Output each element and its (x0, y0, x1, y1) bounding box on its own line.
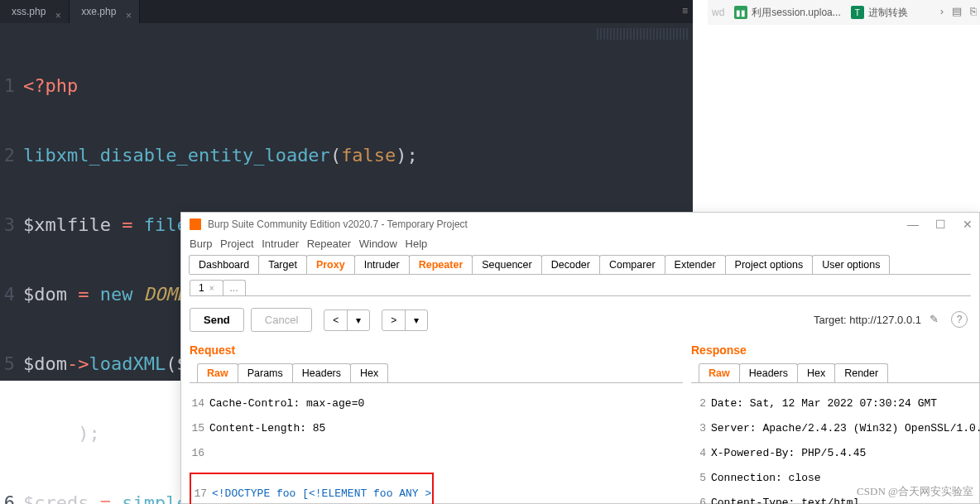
line-number: 4 (0, 283, 18, 306)
tab-params[interactable]: Params (238, 363, 293, 382)
line-number (0, 422, 18, 445)
send-button[interactable]: Send (190, 308, 244, 332)
editor-tabs: xss.php× xxe.php× ≡ (0, 0, 693, 23)
menu-window[interactable]: Window (359, 238, 397, 250)
chevron-right-icon: > (382, 310, 406, 330)
response-pane: Response Raw Headers Hex Render 2Date: S… (691, 340, 980, 481)
edit-target-icon[interactable]: ✎ (930, 313, 943, 326)
menu-burp[interactable]: Burp (190, 238, 212, 250)
tab-number: 1 (199, 282, 204, 294)
tab-raw[interactable]: Raw (699, 363, 740, 382)
line-number: 2 (0, 144, 18, 167)
dropdown-icon: ▾ (348, 310, 369, 330)
burp-window: Burp Suite Community Edition v2020.7 - T… (180, 212, 980, 504)
burp-menubar: Burp Project Intruder Repeater Window He… (181, 236, 979, 255)
tab-sequencer[interactable]: Sequencer (472, 255, 541, 274)
close-icon[interactable]: × (54, 4, 62, 27)
request-body[interactable]: 14Cache-Control: max-age=0 15Content-Len… (190, 385, 683, 504)
repeater-num-tabs: 1× ... (190, 280, 971, 295)
burp-titlebar[interactable]: Burp Suite Community Edition v2020.7 - T… (181, 213, 979, 236)
tab-user-options[interactable]: User options (812, 255, 890, 274)
tab-proxy[interactable]: Proxy (306, 255, 355, 274)
tab-raw[interactable]: Raw (197, 363, 238, 382)
history-back[interactable]: <▾ (324, 310, 370, 331)
history-forward[interactable]: >▾ (382, 310, 428, 331)
cancel-button[interactable]: Cancel (251, 308, 312, 332)
editor-tab-xxe[interactable]: xxe.php× (70, 0, 140, 23)
tab-repeater[interactable]: Repeater (409, 255, 473, 274)
read-icon[interactable]: ⎘ (970, 5, 977, 17)
browser-tab-label: 利用session.uploa... (752, 6, 840, 20)
chevron-left-icon: < (324, 310, 348, 330)
maximize-icon[interactable]: ☐ (935, 218, 946, 231)
browser-tab-label: 进制转换 (868, 6, 908, 20)
editor-tab-label: xss.php (12, 6, 46, 17)
tab-headers[interactable]: Headers (739, 363, 798, 382)
menu-project[interactable]: Project (220, 238, 253, 250)
editor-tab-label: xxe.php (81, 6, 116, 17)
hamburger-icon[interactable]: ≡ (682, 5, 688, 17)
help-icon[interactable]: ? (951, 311, 968, 328)
browser-tabs: wd ▮▮利用session.uploa... T进制转换 › ▤ ⎘ (708, 0, 980, 25)
browser-tab-session[interactable]: ▮▮利用session.uploa... (730, 3, 844, 22)
tab-dashboard[interactable]: Dashboard (189, 255, 259, 274)
tab-hex[interactable]: Hex (350, 363, 388, 382)
chevron-right-icon[interactable]: › (940, 5, 944, 17)
response-view-tabs: Raw Headers Hex Render (699, 363, 980, 382)
burp-icon (190, 218, 201, 230)
site-icon: T (851, 6, 864, 19)
menu-intruder[interactable]: Intruder (262, 238, 299, 250)
browser-tab-convert[interactable]: T进制转换 (847, 3, 912, 22)
close-icon[interactable]: × (209, 284, 214, 293)
line-number: 5 (0, 353, 18, 376)
watermark: CSDN @合天网安实验室 (857, 484, 973, 499)
tab-headers[interactable]: Headers (292, 363, 351, 382)
request-view-tabs: Raw Params Headers Hex (198, 363, 675, 382)
burp-main-tabs: Dashboard Target Proxy Intruder Repeater… (190, 255, 971, 274)
tab-decoder[interactable]: Decoder (541, 255, 600, 274)
payload-highlight: 17<!DOCTYPE foo [<!ELEMENT foo ANY > 18<… (190, 473, 434, 504)
site-icon: ▮▮ (734, 6, 747, 19)
action-row: Send Cancel <▾ >▾ Target: http://127.0.0… (190, 308, 971, 332)
line-number: 6 (0, 492, 18, 504)
repeater-tab-1[interactable]: 1× (190, 280, 223, 295)
minimize-icon[interactable]: — (907, 218, 919, 231)
line-number: 1 (0, 74, 18, 98)
burp-title-text: Burp Suite Community Edition v2020.7 - T… (208, 218, 468, 230)
request-title: Request (190, 343, 683, 357)
close-icon[interactable]: ✕ (963, 218, 973, 231)
list-icon[interactable]: ▤ (952, 5, 962, 17)
repeater-tab-more[interactable]: ... (223, 280, 246, 295)
minimap[interactable] (597, 28, 688, 40)
panes: Request Raw Params Headers Hex 14Cache-C… (190, 340, 971, 481)
target-label: Target: http://127.0.0.1 (814, 314, 921, 326)
menu-repeater[interactable]: Repeater (307, 238, 351, 250)
menu-help[interactable]: Help (406, 238, 428, 250)
tab-render[interactable]: Render (834, 363, 888, 382)
editor-tab-xss[interactable]: xss.php× (0, 0, 70, 23)
tab-intruder[interactable]: Intruder (354, 255, 410, 274)
tab-comparer[interactable]: Comparer (599, 255, 665, 274)
tab-extender[interactable]: Extender (665, 255, 726, 274)
tab-project-options[interactable]: Project options (725, 255, 814, 274)
close-icon[interactable]: × (124, 4, 132, 27)
tab-hex[interactable]: Hex (797, 363, 835, 382)
request-pane: Request Raw Params Headers Hex 14Cache-C… (190, 340, 691, 481)
tab-target[interactable]: Target (258, 255, 307, 274)
line-number: 3 (0, 214, 18, 237)
dropdown-icon: ▾ (406, 310, 427, 330)
response-title: Response (691, 343, 980, 357)
browser-tab-partial[interactable]: wd (708, 4, 728, 21)
